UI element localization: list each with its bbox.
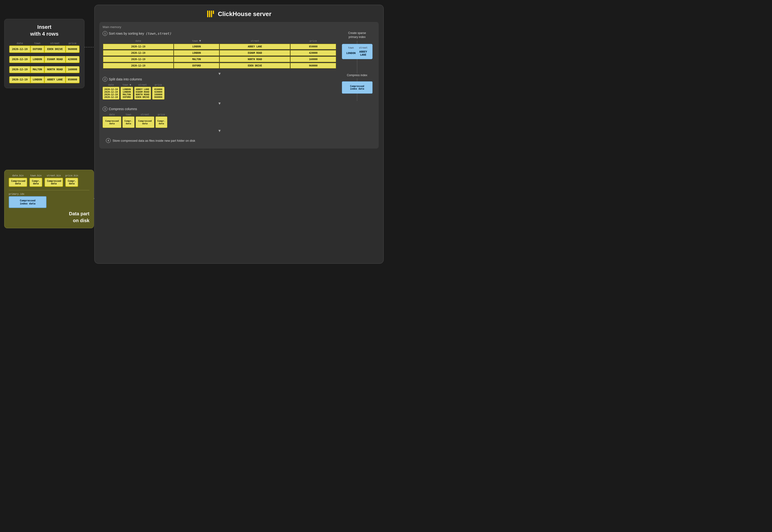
th-town: town: [30, 41, 44, 46]
comp-town-box: Compr.data: [122, 116, 134, 128]
col-town-values: LONDONLONDONMALTONOXFORD: [121, 87, 133, 100]
arrow-step3-step4: ▼: [103, 128, 336, 134]
disk-files: date.bin Compresseddata town.bin Compr.d…: [9, 174, 89, 187]
step1-section: 1 Sort rows by sorting key (town,street)…: [103, 31, 336, 69]
table-row: 2020-12-19 MALTON NORTH ROAD 160000: [103, 57, 336, 62]
vline-3: [357, 79, 357, 81]
primary-idx-label: primary.idx: [9, 193, 24, 195]
comp-street-box: Compresseddata: [136, 116, 154, 128]
price-bin-file: price.bin Compr.data: [65, 174, 78, 187]
step1-label: 1 Sort rows by sorting key (town,street): [103, 31, 336, 36]
step4-label: Store compressed data as files inside ne…: [112, 139, 195, 142]
svg-rect-11: [211, 11, 212, 17]
price-compressed-box: Compr.data: [65, 178, 78, 187]
date-bin-label: date.bin: [12, 174, 24, 177]
svg-rect-10: [209, 11, 210, 17]
town-bin-label: town.bin: [30, 174, 42, 177]
vline-1: [357, 41, 357, 44]
index-row: LONDON ABBEY LANE: [345, 50, 369, 57]
step3-circle: 3: [103, 107, 107, 111]
server-panel: ClickHouse server Main memory 1 Sort row…: [94, 5, 383, 264]
step3-label: 3 Compress columns: [103, 107, 336, 111]
comp-town-header: town: [125, 113, 131, 116]
table-row: 2020-12-19 OXFORD EDEN DRIVE 960000: [103, 63, 336, 68]
insert-panel: Insertwith 4 rows date town street price…: [4, 19, 84, 88]
compressed-index-box: Compressedindex data: [342, 81, 372, 94]
insert-title: Insertwith 4 rows: [9, 24, 79, 37]
server-title: ClickHouse server: [218, 10, 271, 18]
primary-idx-section: primary.idx Compressedindex data: [9, 190, 89, 208]
col-town-header: town ▼: [121, 83, 133, 86]
table-row: 2020-12-19 LONDON ABBEY LANE 850000: [103, 44, 336, 49]
town-bin-file: town.bin Compr.data: [29, 174, 42, 187]
step4-circle: 4: [106, 138, 111, 143]
disk-index-box: Compressedindex data: [9, 196, 46, 208]
main-memory-label: Main memory: [103, 25, 375, 29]
street-bin-label: street.bin: [47, 174, 61, 177]
col-street-header: street: [134, 83, 151, 86]
arrow-step2-step3: ▼: [103, 100, 336, 107]
vline-4: [357, 94, 357, 101]
col-price-header: price: [152, 83, 164, 86]
step3-section: 3 Compress columns date Compresseddata t…: [103, 107, 336, 128]
disk-panel: date.bin Compresseddata town.bin Compr.d…: [4, 170, 94, 228]
table-row: 2020-12-19 LONDON ABBEY LANE 850000: [9, 76, 79, 83]
th-date: date: [9, 41, 30, 46]
th-street: street: [44, 41, 66, 46]
date-compressed-box: Compresseddata: [9, 178, 27, 187]
table-row: 2020-12-19 LONDON EGHAM ROAD 420000: [103, 50, 336, 56]
arrow-step1-step2: ▼: [103, 71, 336, 77]
compress-index-label: Compress index: [347, 73, 367, 77]
town-compressed-box: Compr.data: [29, 178, 42, 187]
insert-table: date town street price 2020-12-19 OXFORD…: [9, 41, 79, 83]
step1-key: (town,street): [145, 32, 171, 35]
step4-section: 4 Store compressed data as files inside …: [103, 136, 336, 145]
step2-circle: 2: [103, 77, 107, 82]
street-bin-file: street.bin Compresseddata: [45, 174, 63, 187]
step1-circle: 1: [103, 31, 107, 36]
vline-2: [357, 59, 357, 73]
sparse-index-box: town street LONDON ABBEY LANE: [342, 44, 372, 59]
col-date-values: 2020-12-192020-12-192020-12-192020-12-19: [103, 87, 119, 100]
price-bin-label: price.bin: [65, 174, 78, 177]
disk-part-title: Data parton disk: [9, 210, 89, 224]
server-header: ClickHouse server: [99, 10, 379, 18]
col-street-values: ABBEY LANEEGHAM ROADNORTH ROADEDEN DRIVE: [134, 87, 151, 100]
step2-section: 2 Split data into columns date 2020-12-1…: [103, 77, 336, 100]
col-date-header: date: [103, 83, 119, 86]
table-row: 2020-12-19 OXFORD EDEN DRIVE 960000: [9, 46, 79, 53]
table-row: 2020-12-19 LONDON EGHAM ROAD 420000: [9, 56, 79, 63]
comp-date-box: Compresseddata: [103, 116, 121, 128]
sorted-table: date town ▼ street price 2020-12-19 LOND…: [103, 38, 336, 69]
comp-date-header: date: [109, 113, 115, 116]
comp-price-box: Compr.data: [155, 116, 167, 128]
svg-rect-9: [207, 11, 208, 17]
create-sparse-label: Create sparseprimary index: [348, 31, 366, 39]
col-price-values: 850000420000160000960000: [152, 87, 164, 100]
comp-street-header: street: [141, 113, 149, 116]
clickhouse-logo: [207, 10, 215, 18]
th-price: price: [66, 41, 79, 46]
main-memory-section: Main memory 1 Sort rows by sorting key (…: [99, 22, 379, 149]
table-row: 2020-12-19 MALTON NORTH ROAD 160000: [9, 66, 79, 73]
date-bin-file: date.bin Compresseddata: [9, 174, 27, 187]
street-compressed-box: Compresseddata: [45, 178, 63, 187]
svg-rect-12: [213, 11, 214, 14]
step2-label: 2 Split data into columns: [103, 77, 336, 82]
right-index-panel: Create sparseprimary index town street: [339, 31, 375, 101]
comp-price-header: price: [158, 113, 165, 116]
